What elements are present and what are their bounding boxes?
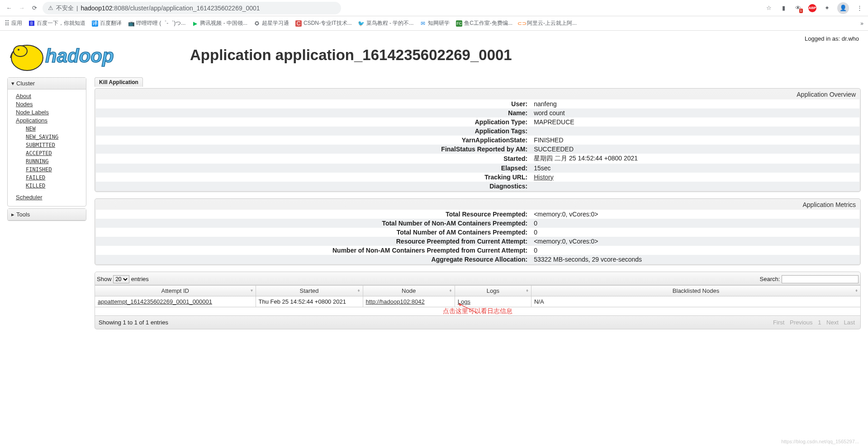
sidebar-state-finished[interactable]: FINISHED	[26, 165, 81, 174]
sidebar-state-failed[interactable]: FAILED	[26, 174, 81, 182]
kv-value: <memory:0, vCores:0>	[531, 237, 859, 246]
kv-key: Tracking URL:	[96, 173, 531, 182]
chevron-right-icon: ▸	[11, 211, 14, 218]
show-label: Show	[97, 276, 112, 282]
col-attempt-id[interactable]: Attempt ID▾	[95, 286, 256, 296]
kill-application-button[interactable]: Kill Application	[95, 77, 143, 87]
svg-point-1	[14, 46, 27, 56]
sort-icon: ▾	[251, 288, 253, 293]
page-size-select[interactable]: 20	[113, 275, 129, 283]
kv-value	[531, 127, 859, 136]
node-link[interactable]: http://hadoop102:8042	[366, 298, 425, 305]
kv-key: Resource Preempted from Current Attempt:	[96, 237, 531, 246]
sidebar-state-accepted[interactable]: ACCEPTED	[26, 149, 81, 157]
kv-key: Number of Non-AM Containers Preempted fr…	[96, 246, 531, 255]
col-logs[interactable]: Logs♦	[455, 286, 531, 296]
kv-key: Application Tags:	[96, 127, 531, 136]
sidebar-state-killed[interactable]: KILLED	[26, 182, 81, 190]
security-label: 不安全	[56, 4, 74, 12]
kv-key: Aggregate Resource Allocation:	[96, 255, 531, 264]
bookmark-csdn[interactable]: CCSDN-专业IT技术...	[295, 19, 352, 27]
extensions-puzzle-icon[interactable]: ✦	[823, 4, 831, 12]
bookmark-baidu[interactable]: 🅱百度一下，你就知道	[28, 19, 85, 27]
kv-value: 53322 MB-seconds, 29 vcore-seconds	[531, 255, 859, 264]
menu-icon[interactable]: ⋮	[855, 4, 863, 12]
col-blacklisted[interactable]: Blacklisted Nodes♦	[531, 286, 860, 296]
sidebar-scheduler[interactable]: Scheduler	[16, 193, 81, 202]
address-bar[interactable]: ⚠ 不安全 | hadoop102:8088/cluster/app/appli…	[43, 2, 341, 14]
sidebar-state-new[interactable]: NEW	[26, 125, 81, 133]
kv-value: <memory:0, vCores:0>	[531, 210, 859, 219]
kv-value: MAPREDUCE	[531, 117, 859, 127]
sidebar-state-running[interactable]: RUNNING	[26, 157, 81, 165]
pager-last[interactable]: Last	[844, 319, 855, 326]
extension-icon-1[interactable]: ▮	[779, 4, 787, 12]
sidebar-nodes[interactable]: Nodes	[16, 100, 81, 108]
search-input[interactable]	[782, 275, 859, 283]
table-info: Showing 1 to 1 of 1 entries	[99, 319, 168, 326]
sidebar-applications[interactable]: Applications	[16, 117, 81, 125]
attempt-id-link[interactable]: appattempt_1614235602269_0001_000001	[98, 298, 212, 305]
kv-value	[531, 182, 859, 191]
sidebar-tools-header[interactable]: ▸Tools	[8, 209, 86, 221]
chevron-down-icon: ▾	[11, 80, 14, 87]
svg-text:hadoop: hadoop	[45, 45, 114, 66]
sidebar-cluster-header[interactable]: ▾Cluster	[8, 78, 86, 89]
kv-value: 0	[531, 246, 859, 255]
pager-page[interactable]: 1	[818, 319, 821, 326]
pager-prev[interactable]: Previous	[790, 319, 813, 326]
kv-value: 0	[531, 219, 859, 228]
sort-icon: ♦	[855, 288, 858, 293]
url-text: hadoop102:8088/cluster/app/application_1…	[81, 5, 260, 12]
reload-button[interactable]: ⟳	[30, 4, 39, 13]
bookmark-star-icon[interactable]: ☆	[765, 4, 773, 12]
kv-value: SUCCEEDED	[531, 145, 859, 154]
kv-value: nanfeng	[531, 99, 859, 108]
extension-icon-2[interactable]: 👁1	[794, 4, 802, 12]
sidebar-about[interactable]: About	[16, 92, 81, 100]
kv-key: User:	[96, 99, 531, 108]
kv-key: Total Number of AM Containers Preempted:	[96, 228, 531, 237]
attempts-table-wrap: Show 20 entries Search: Attempt ID▾ Star…	[95, 272, 861, 329]
kv-key: YarnApplicationState:	[96, 136, 531, 145]
kv-value: FINISHED	[531, 136, 859, 145]
tracking-url-link[interactable]: History	[534, 174, 554, 181]
overview-title: Application Overview	[96, 89, 859, 99]
profile-avatar[interactable]: 👤	[837, 2, 849, 14]
sidebar-node-labels[interactable]: Node Labels	[16, 108, 81, 117]
bookmark-tencent[interactable]: ▶腾讯视频 - 中国领...	[192, 19, 247, 27]
kv-key: Total Number of Non-AM Containers Preemp…	[96, 219, 531, 228]
kv-key: Total Resource Preempted:	[96, 210, 531, 219]
abp-icon[interactable]: ABP	[808, 4, 816, 12]
sort-icon: ♦	[357, 288, 360, 293]
bookmark-aliyun[interactable]: ⊂⊃阿里云-上云就上阿...	[519, 19, 577, 27]
bookmark-fanyi[interactable]: 译百度翻译	[92, 19, 122, 27]
pager-first[interactable]: First	[773, 319, 784, 326]
bookmark-bilibili[interactable]: 📺哔哩哔哩 (゜-゜)つ...	[128, 19, 185, 27]
pager-next[interactable]: Next	[826, 319, 839, 326]
forward-button[interactable]: →	[17, 4, 26, 13]
kv-value: 星期四 二月 25 14:52:44 +0800 2021	[531, 154, 859, 164]
metrics-title: Application Metrics	[96, 200, 859, 210]
kv-key: Started:	[96, 154, 531, 164]
bookmark-runoob[interactable]: 🐦菜鸟教程 - 学的不...	[358, 19, 414, 27]
sidebar-state-new-saving[interactable]: NEW_SAVING	[26, 133, 81, 141]
col-node[interactable]: Node♦	[363, 286, 455, 296]
col-started[interactable]: Started♦	[256, 286, 363, 296]
kv-key: Elapsed:	[96, 164, 531, 173]
back-button[interactable]: ←	[5, 4, 14, 13]
kv-value: word count	[531, 108, 859, 117]
kv-key: Diagnostics:	[96, 182, 531, 191]
bookmark-fishc[interactable]: FC鱼C工作室-免费编...	[456, 19, 512, 27]
bookmark-overflow[interactable]: »	[860, 20, 863, 27]
apps-button[interactable]: ⠿应用	[5, 19, 22, 28]
bookmark-cnki[interactable]: ✉知网研学	[420, 19, 450, 27]
kv-value: 0	[531, 228, 859, 237]
svg-point-2	[18, 49, 19, 51]
browser-toolbar: ← → ⟳ ⚠ 不安全 | hadoop102:8088/cluster/app…	[0, 0, 868, 16]
overview-section: Application Overview User:nanfengName:wo…	[95, 88, 861, 192]
sidebar-state-submitted[interactable]: SUBMITTED	[26, 141, 81, 149]
bookmark-chaoxing[interactable]: ✪超星学习通	[254, 19, 289, 27]
pager: First Previous 1 Next Last	[771, 319, 857, 326]
sort-icon: ♦	[450, 288, 452, 293]
